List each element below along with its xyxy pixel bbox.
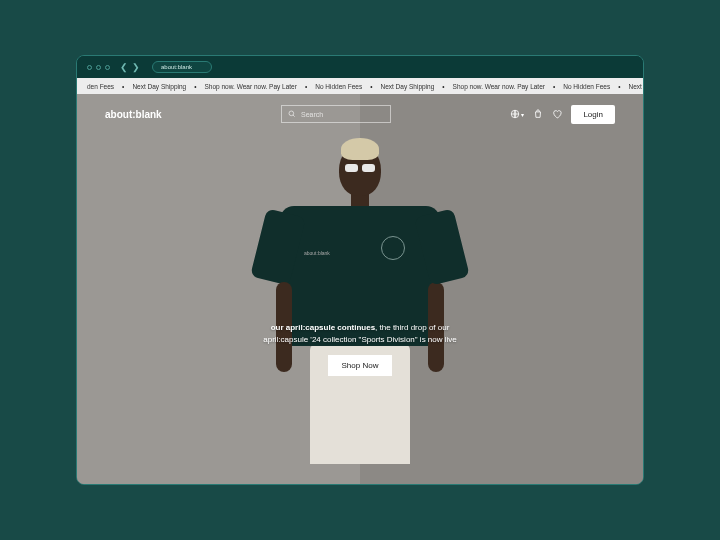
search-icon — [288, 110, 296, 118]
hero-section: about:blank our april:capsule continues,… — [77, 94, 643, 484]
ticker-item: Shop now. Wear now. Pay Later — [447, 83, 551, 90]
svg-line-1 — [293, 115, 295, 117]
globe-icon — [510, 109, 520, 119]
hero-subline: april:capsule '24 collection "Sports Div… — [263, 335, 457, 344]
cart-button[interactable] — [533, 109, 543, 119]
top-nav: about:blank Search ▾ Login — [77, 94, 643, 134]
search-placeholder: Search — [301, 111, 323, 118]
nav-arrows: ❮ ❯ — [120, 62, 140, 72]
announcement-ticker: den Fees • Next Day Shipping • Shop now.… — [77, 78, 643, 94]
window-controls — [87, 65, 110, 70]
site-logo[interactable]: about:blank — [105, 109, 162, 120]
login-button[interactable]: Login — [571, 105, 615, 124]
minimize-dot[interactable] — [96, 65, 101, 70]
ticker-item: No Hidden Fees — [309, 83, 368, 90]
ticker-item: Next D — [623, 83, 643, 90]
close-dot[interactable] — [87, 65, 92, 70]
wishlist-button[interactable] — [552, 109, 562, 119]
url-text: about:blank — [161, 64, 192, 70]
chevron-down-icon: ▾ — [521, 111, 524, 118]
ticker-item: Shop now. Wear now. Pay Later — [199, 83, 303, 90]
maximize-dot[interactable] — [105, 65, 110, 70]
forward-button[interactable]: ❯ — [132, 62, 140, 72]
bag-icon — [533, 109, 543, 119]
svg-point-0 — [289, 111, 294, 116]
ticker-item: No Hidden Fees — [557, 83, 616, 90]
ticker-item: Next Day Shipping — [374, 83, 440, 90]
locale-selector[interactable]: ▾ — [510, 109, 524, 119]
hero-headline-bold: our april:capsule continues — [271, 323, 375, 332]
back-button[interactable]: ❮ — [120, 62, 128, 72]
browser-titlebar: ❮ ❯ about:blank — [77, 56, 643, 78]
site-viewport: den Fees • Next Day Shipping • Shop now.… — [77, 78, 643, 484]
hero-model-image: about:blank — [270, 144, 450, 484]
shop-now-button[interactable]: Shop Now — [328, 355, 393, 376]
shop-now-label: Shop Now — [342, 361, 379, 370]
hero-headline-rest: , the third drop of our — [375, 323, 449, 332]
ticker-item: den Fees — [81, 83, 120, 90]
hero-headline: our april:capsule continues, the third d… — [263, 322, 457, 344]
header-icons: ▾ Login — [510, 105, 615, 124]
login-label: Login — [583, 110, 603, 119]
heart-icon — [552, 109, 562, 119]
url-bar[interactable]: about:blank — [152, 61, 212, 73]
browser-window: ❮ ❯ about:blank den Fees • Next Day Ship… — [76, 55, 644, 485]
ticker-item: Next Day Shipping — [126, 83, 192, 90]
search-input[interactable]: Search — [281, 105, 391, 123]
